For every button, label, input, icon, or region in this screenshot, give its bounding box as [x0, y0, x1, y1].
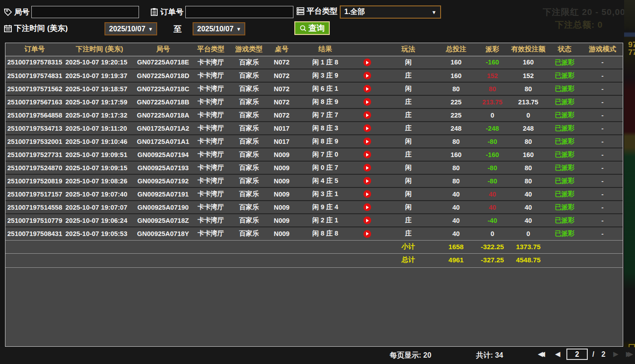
- table-row: 2510071975347132025-10-07 19:11:20GN0172…: [5, 122, 623, 135]
- search-button[interactable]: 查询: [294, 21, 330, 35]
- replay-video-button[interactable]: [363, 59, 371, 66]
- cell-result: 闲 8 庄 9: [296, 135, 354, 148]
- replay-cell: [354, 201, 380, 214]
- replay-video-button[interactable]: [363, 138, 371, 145]
- last-page-button[interactable]: ▶▶: [626, 350, 633, 358]
- cell-game: 百家乐: [231, 108, 267, 122]
- cell-order: 251007197514558: [5, 201, 64, 214]
- column-header: 派彩: [475, 43, 510, 56]
- cell-table_no: N072: [267, 95, 296, 108]
- cell-bet: 80: [437, 135, 475, 148]
- cell-payout: -80: [475, 161, 510, 174]
- replay-cell: [354, 214, 380, 227]
- page-number-input[interactable]: 2: [566, 349, 588, 360]
- order-number-input[interactable]: [185, 6, 293, 18]
- cell-result: 闲 7 庄 7: [296, 108, 354, 122]
- cell-valid: 248: [510, 122, 547, 135]
- replay-video-button[interactable]: [363, 230, 371, 238]
- cell-order: 251007197524870: [5, 161, 64, 174]
- cell-order: 251007197510779: [5, 214, 64, 227]
- replay-video-button[interactable]: [363, 203, 371, 211]
- cell-table_no: N009: [267, 227, 296, 240]
- replay-cell: [354, 161, 380, 174]
- table-row: 2510071975277312025-10-07 19:09:51GN0092…: [5, 148, 623, 161]
- table-row: 2510071975715622025-10-07 19:18:57GN0722…: [5, 82, 623, 95]
- replay-video-button[interactable]: [363, 151, 371, 158]
- table-header: 订单号下注时间 (美东)局号平台类型游戏类型桌号结果玩法总投注派彩有效投注额状态…: [5, 43, 623, 56]
- cell-mode: -: [582, 95, 623, 108]
- cell-payout: -80: [475, 174, 510, 187]
- cell-game: 百家乐: [231, 56, 267, 69]
- replay-video-button[interactable]: [363, 177, 371, 185]
- replay-video-button[interactable]: [363, 164, 371, 172]
- replay-video-button[interactable]: [363, 216, 371, 224]
- cell-mode: -: [582, 174, 623, 187]
- date-from-value: 2025/10/07: [109, 25, 145, 33]
- cell-payout: 0: [475, 227, 510, 240]
- platform-type-label: 平台类型: [307, 6, 337, 16]
- cell-valid: 152: [510, 69, 547, 82]
- table-row: 2510071975748312025-10-07 19:19:37GN0722…: [5, 69, 623, 82]
- cell-payout: 152: [475, 69, 510, 82]
- replay-video-button[interactable]: [363, 190, 371, 198]
- cell-play: 庄: [380, 95, 437, 108]
- bet-time-label: 下注时间 (美东): [14, 23, 68, 34]
- table-row: 2510071975783152025-10-07 19:20:15GN0722…: [5, 56, 623, 69]
- total-row-payout: -327.25: [475, 253, 510, 266]
- cell-order: 251007197532001: [5, 135, 64, 148]
- cell-platform: 卡卡湾厅: [191, 201, 231, 214]
- replay-video-button[interactable]: [363, 98, 371, 106]
- cell-status: 已派彩: [547, 82, 582, 95]
- round-number-input[interactable]: [31, 6, 139, 18]
- cell-table_no: N072: [267, 56, 296, 69]
- cell-mode: -: [582, 135, 623, 148]
- next-page-button[interactable]: ▶: [613, 350, 619, 358]
- first-page-button[interactable]: ◀◀: [538, 350, 545, 358]
- cell-result: 闲 4 庄 5: [296, 174, 354, 187]
- cell-time: 2025-10-07 19:20:15: [64, 56, 135, 69]
- cell-play: 庄: [380, 227, 437, 240]
- footer-bar: 每页显示: 20 共计: 34 ◀◀ ◀ 2 / 2 ▶ ▶▶: [0, 347, 635, 364]
- platform-type-select[interactable]: 1.全部 ▼: [340, 5, 441, 19]
- table-empty-area: [5, 267, 623, 346]
- cell-result: 闲 9 庄 4: [296, 201, 354, 214]
- cell-game: 百家乐: [231, 161, 267, 174]
- cell-status: 已派彩: [547, 69, 582, 82]
- cell-bet: 160: [437, 69, 475, 82]
- cell-platform: 卡卡湾厅: [191, 82, 231, 95]
- cell-platform: 卡卡湾厅: [191, 214, 231, 227]
- replay-video-button[interactable]: [363, 111, 371, 119]
- cell-valid: 40: [510, 214, 547, 227]
- replay-video-button[interactable]: [363, 72, 371, 79]
- cell-round: GN01725A071A1: [135, 135, 191, 148]
- table-row: 2510071975145582025-10-07 19:07:07GN0092…: [5, 201, 623, 214]
- cell-time: 2025-10-07 19:07:40: [64, 187, 135, 201]
- cell-play: 闲: [380, 161, 437, 174]
- total-row: 总计4961-327.254548.75: [5, 253, 623, 266]
- cell-game: 百家乐: [231, 82, 267, 95]
- replay-video-button[interactable]: [363, 85, 371, 93]
- cell-play: 闲: [380, 174, 437, 187]
- cell-order: 251007197571562: [5, 82, 64, 95]
- cell-game: 百家乐: [231, 201, 267, 214]
- column-header: 平台类型: [191, 43, 231, 56]
- cell-valid: 0: [510, 108, 547, 122]
- cell-valid: 160: [510, 56, 547, 69]
- date-to-picker[interactable]: 2025/10/07 ▼: [193, 22, 245, 35]
- cell-time: 2025-10-07 19:17:32: [64, 108, 135, 122]
- cell-payout: 40: [475, 201, 510, 214]
- cell-payout: -248: [475, 122, 510, 135]
- cell-order: 251007197564858: [5, 108, 64, 122]
- cell-mode: -: [582, 82, 623, 95]
- cell-play: 庄: [380, 148, 437, 161]
- date-from-picker[interactable]: 2025/10/07 ▼: [104, 22, 157, 35]
- clipboard-icon: [150, 8, 159, 16]
- subtotal-row: 小计1658-322.251373.75: [5, 240, 623, 253]
- calendar-icon: [4, 24, 12, 33]
- table-row: 2510071975107792025-10-07 19:06:24GN0092…: [5, 214, 623, 227]
- cell-game: 百家乐: [231, 95, 267, 108]
- cell-time: 2025-10-07 19:11:20: [64, 122, 135, 135]
- replay-video-button[interactable]: [363, 124, 371, 132]
- cell-status: 已派彩: [547, 201, 582, 214]
- previous-page-button[interactable]: ◀: [555, 350, 561, 358]
